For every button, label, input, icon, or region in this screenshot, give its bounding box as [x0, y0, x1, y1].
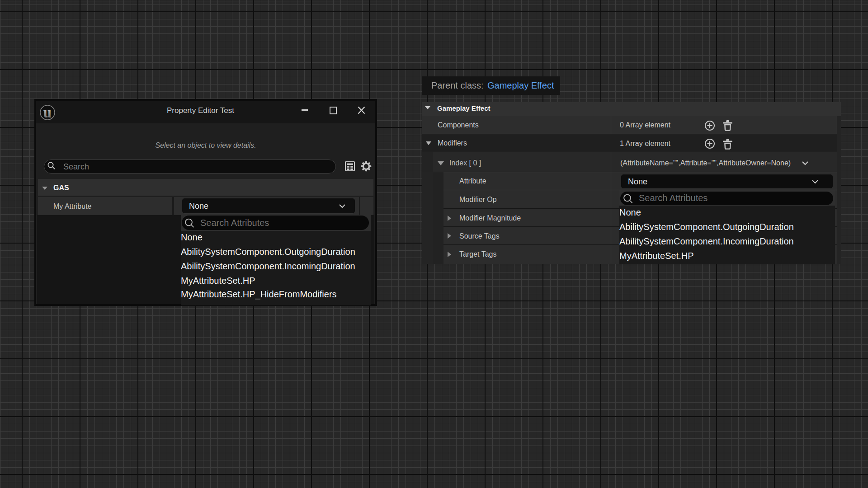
svg-text:u: u — [43, 104, 52, 121]
